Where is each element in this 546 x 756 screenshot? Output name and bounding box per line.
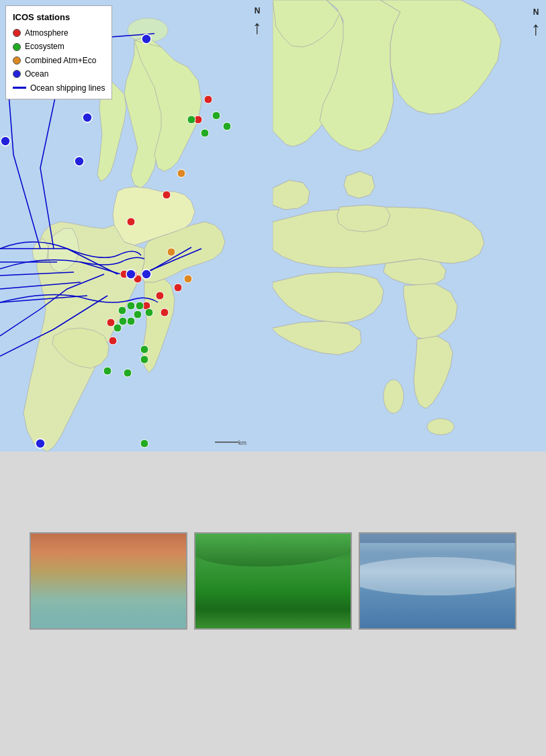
svg-text:N: N: [533, 7, 539, 17]
svg-text:km: km: [238, 439, 246, 446]
svg-point-27: [187, 116, 195, 124]
legend-title: ICOS stations: [13, 10, 105, 25]
svg-point-46: [75, 157, 84, 166]
svg-point-24: [212, 112, 220, 120]
svg-point-50: [36, 439, 45, 448]
svg-point-26: [201, 129, 209, 137]
legend-item-combined: Combined Atm+Eco: [13, 54, 105, 67]
svg-point-42: [167, 248, 175, 256]
shipping-line-icon: [13, 87, 26, 89]
svg-text:N: N: [255, 6, 261, 15]
svg-point-33: [136, 302, 144, 310]
legend-item-ocean: Ocean: [13, 67, 105, 81]
legend-ocean-label: Ocean: [25, 67, 48, 81]
svg-point-48: [126, 269, 136, 279]
atmosphere-dot-icon: [13, 29, 21, 37]
forest-photo: [194, 532, 352, 630]
svg-point-38: [140, 355, 148, 364]
legend-item-shipping: Ocean shipping lines: [13, 81, 105, 95]
ocean-dot-icon: [13, 70, 21, 78]
svg-point-28: [127, 302, 135, 310]
legend-ecosystem-label: Ecosystem: [25, 40, 64, 53]
legend-shipping-label: Ocean shipping lines: [30, 81, 105, 95]
svg-point-19: [156, 292, 164, 300]
svg-point-32: [119, 317, 127, 325]
svg-point-23: [174, 284, 182, 292]
sky-photo: [30, 532, 187, 630]
svg-point-17: [109, 337, 117, 345]
legend-combined-label: Combined Atm+Eco: [25, 54, 96, 67]
map-right: N ↑ Finland Norway Sweden Belgium German…: [273, 0, 546, 452]
svg-point-35: [113, 324, 122, 332]
right-map-svg: N ↑ Finland Norway Sweden Belgium German…: [273, 0, 546, 452]
svg-point-34: [145, 308, 153, 317]
ocean-image: [360, 534, 515, 628]
svg-point-44: [142, 34, 151, 44]
legend-item-ecosystem: Ecosystem: [13, 40, 105, 53]
svg-text:↑: ↑: [531, 18, 541, 39]
svg-point-16: [107, 319, 115, 327]
svg-point-31: [127, 317, 135, 325]
svg-point-30: [134, 310, 142, 319]
svg-point-37: [124, 369, 132, 377]
bottom-section: [0, 452, 546, 756]
svg-point-49: [142, 269, 151, 279]
svg-point-43: [184, 275, 192, 283]
svg-point-25: [223, 122, 231, 130]
sky-image: [31, 534, 186, 628]
ocean-photo: [359, 532, 516, 630]
svg-point-47: [83, 113, 92, 122]
svg-point-13: [163, 191, 171, 199]
svg-point-40: [140, 439, 148, 448]
legend-item-atmosphere: Atmosphere: [13, 26, 105, 40]
photo-row: [30, 532, 516, 630]
svg-point-41: [177, 169, 185, 177]
map-legend: ICOS stations Atmosphere Ecosystem Combi…: [5, 5, 112, 99]
map-section: ICOS stations Atmosphere Ecosystem Combi…: [0, 0, 546, 452]
forest-image: [195, 534, 351, 628]
svg-point-36: [103, 367, 111, 375]
svg-point-57: [427, 419, 454, 435]
svg-point-14: [127, 218, 135, 226]
ecosystem-dot-icon: [13, 43, 21, 51]
svg-point-56: [383, 380, 404, 413]
svg-point-12: [204, 95, 212, 103]
svg-point-45: [1, 136, 10, 146]
svg-text:↑: ↑: [253, 17, 262, 38]
map-left: ICOS stations Atmosphere Ecosystem Combi…: [0, 0, 273, 452]
svg-point-39: [140, 345, 148, 353]
svg-point-29: [118, 306, 126, 314]
svg-point-20: [161, 308, 169, 317]
legend-atmosphere-label: Atmosphere: [25, 26, 69, 40]
combined-dot-icon: [13, 56, 21, 65]
